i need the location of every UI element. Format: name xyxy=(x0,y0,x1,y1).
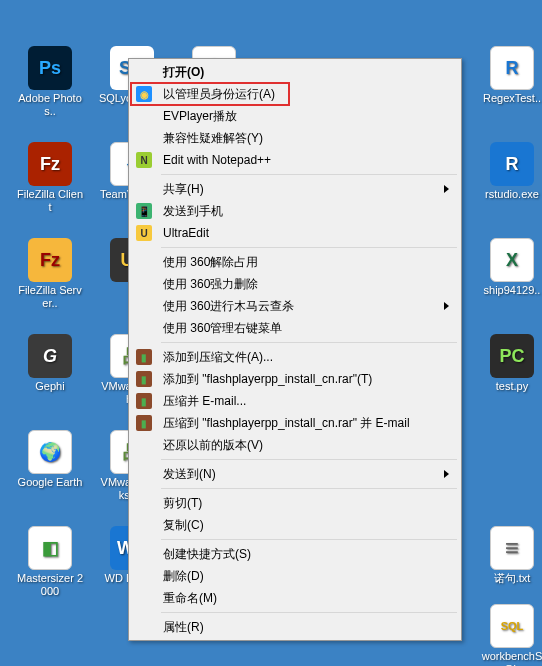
context-menu-item[interactable]: 删除(D) xyxy=(131,565,459,587)
menu-item-label: 复制(C) xyxy=(163,517,204,534)
menu-item-label: 剪切(T) xyxy=(163,495,202,512)
menu-item-label: 还原以前的版本(V) xyxy=(163,437,263,454)
context-menu-separator xyxy=(161,342,457,343)
menu-item-label: 重命名(M) xyxy=(163,590,217,607)
menu-item-label: 压缩到 "flashplayerpp_install_cn.rar" 并 E-m… xyxy=(163,415,410,432)
context-menu-item[interactable]: 使用 360解除占用 xyxy=(131,251,459,273)
menu-item-label: 发送到手机 xyxy=(163,203,223,220)
context-menu-item[interactable]: 还原以前的版本(V) xyxy=(131,434,459,456)
desktop-icon-label: Adobe Photos.. xyxy=(14,92,86,118)
desktop-icon-label: FileZilla Client xyxy=(14,188,86,214)
context-menu-item[interactable]: 兼容性疑难解答(Y) xyxy=(131,127,459,149)
menu-item-icon: N xyxy=(136,152,152,168)
context-menu-item[interactable]: 共享(H) xyxy=(131,178,459,200)
context-menu-item[interactable]: ▮添加到压缩文件(A)... xyxy=(131,346,459,368)
context-menu-item[interactable]: ▮压缩到 "flashplayerpp_install_cn.rar" 并 E-… xyxy=(131,412,459,434)
menu-item-label: 共享(H) xyxy=(163,181,204,198)
desktop-icon-label: FileZilla Server.. xyxy=(14,284,86,310)
menu-item-label: Edit with Notepad++ xyxy=(163,153,271,167)
context-menu-item[interactable]: 📱发送到手机 xyxy=(131,200,459,222)
menu-item-label: 属性(R) xyxy=(163,619,204,636)
desktop-icon[interactable]: PCtest.py xyxy=(476,334,542,393)
desktop-icon[interactable]: SQLworkbenchSQL xyxy=(476,604,542,666)
desktop-icon-label: workbenchSQL xyxy=(476,650,542,666)
app-icon: SQL xyxy=(490,604,534,648)
desktop-icon[interactable]: PsAdobe Photos.. xyxy=(14,46,86,118)
context-menu-separator xyxy=(161,247,457,248)
desktop-icon-label: ship94129.. xyxy=(476,284,542,297)
menu-item-label: 删除(D) xyxy=(163,568,204,585)
context-menu-item[interactable]: 属性(R) xyxy=(131,616,459,638)
desktop-icon[interactable]: Rrstudio.exe xyxy=(476,142,542,201)
desktop[interactable]: PsAdobe Photos..SQSQLyog 64 bit🐧RRegexTe… xyxy=(0,0,542,666)
context-menu-separator xyxy=(161,459,457,460)
context-menu-item[interactable]: 打开(O) xyxy=(131,61,459,83)
desktop-icon-label: Mastersizer 2000 xyxy=(14,572,86,598)
app-icon: Ps xyxy=(28,46,72,90)
menu-item-label: 创建快捷方式(S) xyxy=(163,546,251,563)
desktop-icon[interactable]: ◧Mastersizer 2000 xyxy=(14,526,86,598)
context-menu-item[interactable]: ▮压缩并 E-mail... xyxy=(131,390,459,412)
desktop-icon[interactable]: GGephi xyxy=(14,334,86,393)
context-menu-separator xyxy=(161,174,457,175)
app-icon: X xyxy=(490,238,534,282)
context-menu-item[interactable]: 复制(C) xyxy=(131,514,459,536)
app-icon: PC xyxy=(490,334,534,378)
context-menu-item[interactable]: NEdit with Notepad++ xyxy=(131,149,459,171)
menu-item-label: 使用 360进行木马云查杀 xyxy=(163,298,294,315)
menu-item-icon: ▮ xyxy=(136,371,152,387)
context-menu: 打开(O)◉以管理员身份运行(A)EVPlayer播放兼容性疑难解答(Y)NEd… xyxy=(128,58,462,641)
menu-item-label: 发送到(N) xyxy=(163,466,216,483)
menu-item-label: EVPlayer播放 xyxy=(163,108,237,125)
context-menu-item[interactable]: 重命名(M) xyxy=(131,587,459,609)
context-menu-separator xyxy=(161,612,457,613)
menu-item-label: 以管理员身份运行(A) xyxy=(163,86,275,103)
desktop-icon-label: Gephi xyxy=(14,380,86,393)
menu-item-label: 添加到 "flashplayerpp_install_cn.rar"(T) xyxy=(163,371,372,388)
desktop-icon-label: test.py xyxy=(476,380,542,393)
context-menu-item[interactable]: ▮添加到 "flashplayerpp_install_cn.rar"(T) xyxy=(131,368,459,390)
desktop-icon[interactable]: Xship94129.. xyxy=(476,238,542,297)
chevron-right-icon xyxy=(444,185,449,193)
context-menu-item[interactable]: 创建快捷方式(S) xyxy=(131,543,459,565)
desktop-icon-label: rstudio.exe xyxy=(476,188,542,201)
context-menu-separator xyxy=(161,488,457,489)
context-menu-item[interactable]: 剪切(T) xyxy=(131,492,459,514)
menu-item-label: 使用 360强力删除 xyxy=(163,276,258,293)
menu-item-icon: ▮ xyxy=(136,393,152,409)
desktop-icon[interactable]: RRegexTest.. xyxy=(476,46,542,105)
menu-item-label: 使用 360解除占用 xyxy=(163,254,258,271)
chevron-right-icon xyxy=(444,302,449,310)
app-icon: ◧ xyxy=(28,526,72,570)
context-menu-item[interactable]: 发送到(N) xyxy=(131,463,459,485)
menu-item-icon: U xyxy=(136,225,152,241)
app-icon: Fz xyxy=(28,142,72,186)
desktop-icon-label: 诺句.txt xyxy=(476,572,542,585)
desktop-icon[interactable]: FzFileZilla Client xyxy=(14,142,86,214)
context-menu-item[interactable]: UUltraEdit xyxy=(131,222,459,244)
menu-item-label: 打开(O) xyxy=(163,64,204,81)
chevron-right-icon xyxy=(444,470,449,478)
desktop-icon[interactable]: 🌍Google Earth xyxy=(14,430,86,489)
menu-item-label: UltraEdit xyxy=(163,226,209,240)
desktop-icon[interactable]: FzFileZilla Server.. xyxy=(14,238,86,310)
menu-item-icon: ▮ xyxy=(136,415,152,431)
app-icon: Fz xyxy=(28,238,72,282)
menu-item-label: 压缩并 E-mail... xyxy=(163,393,246,410)
context-menu-item[interactable]: EVPlayer播放 xyxy=(131,105,459,127)
context-menu-item[interactable]: 使用 360强力删除 xyxy=(131,273,459,295)
desktop-icon[interactable]: ≡诺句.txt xyxy=(476,526,542,585)
context-menu-item[interactable]: 使用 360管理右键菜单 xyxy=(131,317,459,339)
menu-item-label: 兼容性疑难解答(Y) xyxy=(163,130,263,147)
menu-item-icon: ▮ xyxy=(136,349,152,365)
context-menu-item[interactable]: ◉以管理员身份运行(A) xyxy=(131,83,459,105)
app-icon: ≡ xyxy=(490,526,534,570)
menu-item-label: 使用 360管理右键菜单 xyxy=(163,320,282,337)
desktop-icon-label: Google Earth xyxy=(14,476,86,489)
app-icon: R xyxy=(490,142,534,186)
menu-item-icon: ◉ xyxy=(136,86,152,102)
menu-item-label: 添加到压缩文件(A)... xyxy=(163,349,273,366)
desktop-icon-label: RegexTest.. xyxy=(476,92,542,105)
app-icon: R xyxy=(490,46,534,90)
context-menu-item[interactable]: 使用 360进行木马云查杀 xyxy=(131,295,459,317)
